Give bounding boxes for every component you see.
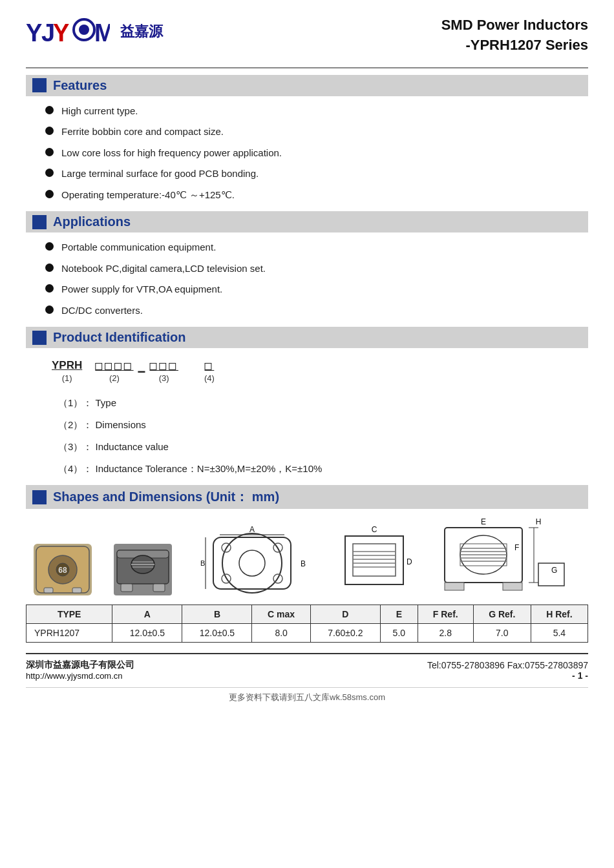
footer-left: 深圳市益嘉源电子有限公司 http://www.yjysmd.com.cn [26,659,134,681]
feature-item-3: Low core loss for high frequency power a… [61,146,282,161]
bullet-dot [45,127,54,135]
bullet-dot [45,242,54,251]
bullet-dot [45,284,54,293]
col-e: E [380,605,418,624]
applications-list: Portable communication equipment. Notebo… [26,240,588,318]
bottom-note: 更多资料下载请到五八文库wk.58sms.com [26,687,588,703]
feature-item-5: Operating temperature:-40℃ ～+125℃. [61,188,235,203]
contact-info: Tel:0755-27803896 Fax:0755-27803897 [427,660,588,670]
svg-point-25 [239,550,265,576]
svg-point-24 [222,533,282,593]
product-id-title: Product Identification [53,330,186,345]
app-item-1: Portable communication equipment. [61,240,216,255]
product-id-icon [32,331,47,345]
table-row: YPRH1207 12.0±0.5 12.0±0.5 8.0 7.60±0.2 … [26,624,588,643]
shapes-section: Shapes and Dimensions (Unit： mm) 68 [26,485,588,595]
list-item: Ferrite bobbin core and compact size. [45,125,588,140]
pid-prefix: YPRH [52,359,82,372]
list-item: High current type. [45,104,588,119]
pid-boxes-1: □□□□ [95,358,133,372]
pid-desc-3: （3）： Inductance value [58,437,588,457]
pid-col-3: □□□ (3) [149,358,178,383]
svg-text:Y: Y [53,19,69,46]
svg-text:A: A [249,525,255,534]
pid-box-single: □ [204,358,214,372]
list-item: Operating temperature:-40℃ ～+125℃. [45,188,588,203]
features-icon [32,78,47,92]
pid-col-2: □□□□ (2) [95,358,133,383]
list-item: Notebook PC,digital camera,LCD televisio… [45,262,588,276]
shape-photo-1: 68 [34,544,92,595]
pid-col-1: YPRH (1) [52,359,82,383]
pid-desc-1: （1）： Type [58,393,588,413]
svg-rect-56 [503,583,522,590]
svg-text:M: M [94,19,110,46]
pid-num-2: (2) [109,373,120,383]
shape-drawing-3: E H F G [438,518,580,595]
col-href: H Ref. [531,605,588,624]
pid-col-4: □ (4) [204,358,215,383]
feature-item-2: Ferrite bobbin core and compact size. [61,125,224,140]
inductor-side-view-svg [114,545,171,594]
shapes-icon [32,490,47,504]
features-list: High current type. Ferrite bobbin core a… [26,104,588,203]
svg-rect-11 [72,588,81,593]
shape-drawing-1: A B [194,524,310,595]
shapes-bar: Shapes and Dimensions (Unit： mm) [26,485,588,509]
app-item-4: DC/DC converters. [61,304,143,318]
pid-desc-4: （4）： Inductance Tolerance：N=±30%,M=±20%，… [58,459,588,479]
cell-e: 5.0 [380,624,418,643]
bullet-dot [45,305,54,314]
company-url: http://www.yjysmd.com.cn [26,671,134,681]
list-item: Power supply for VTR,OA equipment. [45,282,588,297]
svg-text:Y: Y [26,19,42,46]
svg-rect-35 [353,544,396,576]
col-fref: F Ref. [418,605,473,624]
header-divider [26,67,588,68]
pid-boxes-2: □□□ [149,358,178,372]
drawing-cd-svg: C D [332,524,416,595]
svg-text:B: B [200,559,205,567]
svg-text:F: F [514,543,519,552]
applications-title: Applications [53,214,131,229]
svg-rect-23 [213,537,291,589]
svg-rect-14 [121,584,132,592]
cell-d: 7.60±0.2 [310,624,380,643]
list-item: Large terminal surface for good PCB bond… [45,167,588,181]
footer-right: Tel:0755-27803896 Fax:0755-27803897 - 1 … [427,660,588,681]
pid-num-4: (4) [204,373,215,383]
page: Y J Y M 益嘉源 SMD Power Inductors -YPRH120… [0,0,614,868]
shapes-title: Shapes and Dimensions (Unit： mm) [53,488,279,506]
logo-svg: Y J Y M [26,16,110,48]
cell-b: 12.0±0.5 [182,624,252,643]
bullet-dot [45,169,54,177]
shapes-images: 68 [26,518,588,595]
col-gref: G Ref. [473,605,531,624]
pid-num-1: (1) [62,373,72,383]
logo-area: Y J Y M 益嘉源 [26,16,163,48]
logo-chinese: 益嘉源 [120,22,163,41]
title-area: SMD Power Inductors -YPRH1207 Series [441,16,588,56]
bullet-dot [45,106,54,114]
page-number: - 1 - [427,670,588,681]
feature-item-4: Large terminal surface for good PCB bond… [61,167,259,181]
pid-dash: − [138,364,146,383]
app-item-3: Power supply for VTR,OA equipment. [61,282,222,297]
svg-point-4 [79,25,89,35]
company-name: 深圳市益嘉源电子有限公司 [26,659,134,671]
features-bar: Features [26,75,588,96]
list-item: DC/DC converters. [45,304,588,318]
main-title: SMD Power Inductors -YPRH1207 Series [441,16,588,56]
list-item: Low core loss for high frequency power a… [45,146,588,161]
product-id-bar: Product Identification [26,327,588,348]
cell-type: YPRH1207 [26,624,112,643]
app-item-2: Notebook PC,digital camera,LCD televisio… [61,262,266,276]
dimensions-table: TYPE A B C max D E F Ref. G Ref. H Ref. … [26,604,588,643]
drawing-efgh-svg: E H F G [438,518,580,595]
svg-rect-10 [44,588,53,593]
bullet-dot [45,190,54,198]
col-b: B [182,605,252,624]
feature-item-1: High current type. [61,104,138,119]
svg-text:G: G [551,566,557,575]
inductor-top-view-svg: 68 [35,545,90,594]
